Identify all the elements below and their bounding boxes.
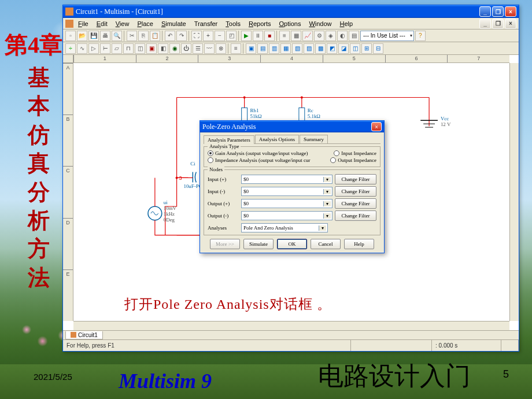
edu-button[interactable]: ◐: [337, 31, 348, 41]
change-filter-input-plus[interactable]: Change Filter: [335, 174, 376, 184]
menu-file[interactable]: File: [75, 19, 92, 28]
tab-summary[interactable]: Summary: [300, 135, 328, 143]
db-button[interactable]: ▦: [291, 31, 301, 41]
place-elmech-button[interactable]: ⊗: [216, 43, 226, 54]
place-power-button[interactable]: ⏻: [181, 43, 191, 54]
place-cmos-button[interactable]: ◫: [135, 43, 145, 54]
tab-analysis-parameters[interactable]: Analysis Parameters: [204, 135, 254, 144]
place-bus-button[interactable]: ≡: [231, 43, 241, 54]
dialog-titlebar[interactable]: Pole-Zero Analysis ×: [200, 121, 384, 132]
menu-place[interactable]: Place: [134, 19, 157, 28]
instr1-button[interactable]: ▣: [246, 43, 256, 54]
list-button[interactable]: ≡: [279, 31, 290, 41]
stop-button[interactable]: ■: [264, 31, 275, 41]
change-filter-output-plus[interactable]: Change Filter: [335, 198, 376, 209]
place-basic-button[interactable]: ∿: [77, 43, 87, 54]
instr9-button[interactable]: ◪: [338, 43, 349, 54]
save-button[interactable]: 💾: [88, 31, 99, 41]
print-button[interactable]: 🖶: [100, 31, 110, 41]
paste-button[interactable]: 📋: [150, 31, 160, 41]
undo-button[interactable]: ↶: [165, 31, 175, 41]
place-ttl-button[interactable]: ⊓: [123, 43, 134, 54]
combo-analyses[interactable]: Pole And Zero Analysis: [241, 223, 328, 232]
sheet-tab-circuit1[interactable]: Circuit1: [65, 331, 103, 339]
simulate-button[interactable]: Simulate: [243, 239, 274, 249]
menu-window[interactable]: Window: [305, 19, 335, 28]
svg-text:0Deg: 0Deg: [164, 217, 175, 223]
close-button[interactable]: ×: [505, 6, 516, 17]
place-transistor-button[interactable]: ⊢: [100, 43, 110, 54]
minimize-button[interactable]: _: [479, 6, 491, 17]
zoom-out-button[interactable]: −: [215, 31, 225, 41]
place-analog-button[interactable]: ▱: [112, 43, 122, 54]
place-indicator-button[interactable]: ◉: [169, 43, 180, 54]
change-filter-input-minus[interactable]: Change Filter: [335, 186, 376, 197]
inuse-combo[interactable]: --- In Use List ---: [360, 31, 414, 41]
more-button[interactable]: More >>: [210, 239, 240, 249]
menu-view[interactable]: View: [112, 19, 133, 28]
radio-input-impedance[interactable]: Input Impedance: [334, 150, 376, 156]
radio-gain[interactable]: Gain Analysis (output voltage/input volt…: [208, 150, 308, 156]
zoom-full-button[interactable]: ⛶: [191, 31, 202, 41]
instr10-button[interactable]: ◫: [350, 43, 360, 54]
dialog-close-button[interactable]: ×: [371, 122, 382, 131]
menu-reports[interactable]: Reports: [245, 19, 275, 28]
place-misc2-button[interactable]: ☰: [193, 43, 203, 54]
zoom-area-button[interactable]: ◰: [226, 31, 237, 41]
combo-input-minus[interactable]: $0: [241, 187, 332, 196]
place-misc-button[interactable]: ▣: [146, 43, 157, 54]
ok-button[interactable]: OK: [277, 239, 307, 249]
help-button[interactable]: ?: [415, 31, 426, 41]
open-button[interactable]: 📂: [77, 31, 87, 41]
mdi-restore-button[interactable]: ❐: [492, 19, 504, 29]
pause-button[interactable]: ⏸: [253, 31, 263, 41]
menu-edit[interactable]: Edit: [93, 19, 111, 28]
zoom-in-button[interactable]: +: [203, 31, 213, 41]
maximize-button[interactable]: ❐: [492, 6, 504, 17]
titlebar[interactable]: Circuit1 - Multisim - [Circuit1] _ ❐ ×: [63, 5, 519, 18]
instr7-button[interactable]: ▩: [315, 43, 326, 54]
bread-button[interactable]: ▤: [349, 31, 359, 41]
menu-simulate[interactable]: Simulate: [158, 19, 190, 28]
chapter-subtitle: 基本仿真分析方法: [28, 64, 51, 292]
redo-button[interactable]: ↷: [176, 31, 187, 41]
combo-output-minus[interactable]: $0: [241, 211, 332, 220]
mdi-minimize-button[interactable]: _: [479, 19, 491, 29]
run-button[interactable]: ▶: [241, 31, 252, 41]
postproc-button[interactable]: ◈: [326, 31, 336, 41]
combo-output-plus[interactable]: $0: [241, 199, 332, 208]
graph-button[interactable]: 📈: [302, 31, 313, 41]
cancel-button[interactable]: Cancel: [311, 239, 341, 249]
copy-button[interactable]: ⎘: [138, 31, 149, 41]
mdi-close-button[interactable]: ×: [505, 19, 516, 29]
scrollbar-horizontal[interactable]: [73, 321, 509, 330]
place-mixed-button[interactable]: ◧: [158, 43, 168, 54]
menu-transfer[interactable]: Transfer: [191, 19, 221, 28]
combo-input-plus[interactable]: $0: [241, 175, 332, 184]
new-button[interactable]: ▫: [65, 31, 76, 41]
radio-impedance[interactable]: Impedance Analysis (output voltage/input…: [208, 157, 310, 163]
instr6-button[interactable]: ▨: [304, 43, 314, 54]
place-source-button[interactable]: ÷: [65, 43, 76, 54]
tab-analysis-options[interactable]: Analysis Options: [255, 135, 299, 143]
radio-output-impedance[interactable]: Output Impedance: [330, 157, 376, 163]
menu-tools[interactable]: Tools: [222, 19, 244, 28]
place-rf-button[interactable]: 〰: [204, 43, 215, 54]
place-diode-button[interactable]: ▷: [88, 43, 99, 54]
change-filter-output-minus[interactable]: Change Filter: [335, 210, 376, 221]
menu-options[interactable]: Options: [275, 19, 304, 28]
instr11-button[interactable]: ⊞: [361, 43, 372, 54]
instr4-button[interactable]: ▦: [280, 43, 291, 54]
instr8-button[interactable]: ◩: [327, 43, 337, 54]
cut-button[interactable]: ✂: [127, 31, 137, 41]
scrollbar-vertical[interactable]: [509, 63, 519, 321]
instr3-button[interactable]: ▥: [269, 43, 279, 54]
instr12-button[interactable]: ⊟: [373, 43, 383, 54]
preview-button[interactable]: 🔍: [112, 31, 122, 41]
instr5-button[interactable]: ▧: [292, 43, 302, 54]
dialog-help-button[interactable]: Help: [344, 239, 374, 249]
instr2-button[interactable]: ▤: [257, 43, 268, 54]
analysis-button[interactable]: ⚙: [314, 31, 324, 41]
mdi-icon[interactable]: [65, 20, 73, 28]
menu-help[interactable]: Help: [337, 19, 357, 28]
